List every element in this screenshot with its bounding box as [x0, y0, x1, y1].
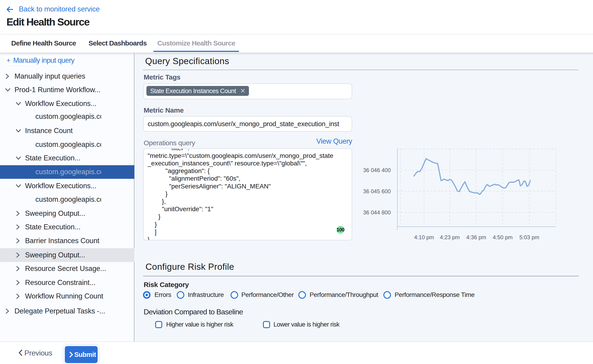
- svg-text:4:23 pm: 4:23 pm: [440, 234, 460, 240]
- svg-text:4:36 pm: 4:36 pm: [466, 234, 486, 240]
- svg-text:5:03 pm: 5:03 pm: [520, 234, 540, 240]
- svg-text:36 045 600: 36 045 600: [363, 188, 391, 195]
- svg-text:4:10 pm: 4:10 pm: [414, 234, 434, 240]
- svg-text:36 046 400: 36 046 400: [363, 167, 391, 173]
- svg-text:4:50 pm: 4:50 pm: [493, 234, 513, 240]
- svg-text:36 044 800: 36 044 800: [363, 209, 391, 215]
